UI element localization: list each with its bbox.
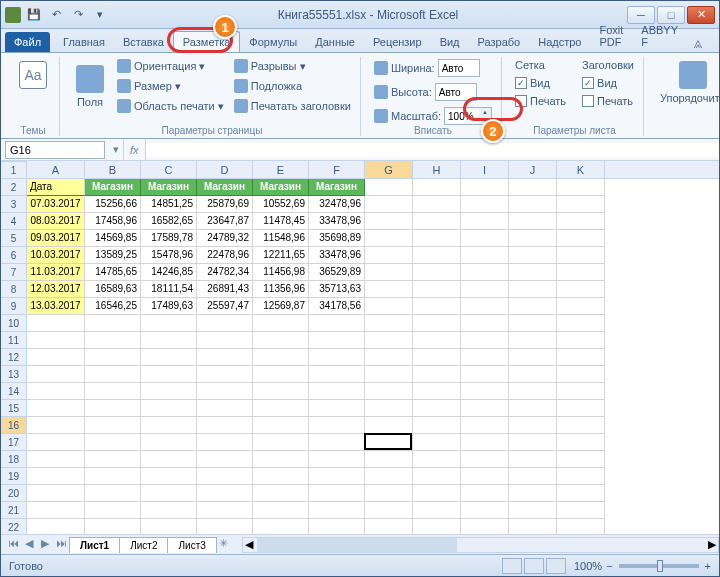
cell[interactable]: 16546,25 — [85, 298, 141, 315]
new-sheet-icon[interactable]: ✳ — [216, 537, 232, 553]
column-header-E[interactable]: E — [253, 161, 309, 178]
cell[interactable] — [557, 264, 605, 281]
view-normal-button[interactable] — [502, 558, 522, 574]
row-header-14[interactable]: 14 — [1, 383, 26, 400]
cell[interactable] — [461, 349, 509, 366]
cell[interactable] — [557, 519, 605, 534]
cell[interactable] — [253, 434, 309, 451]
qat-more-icon[interactable]: ▾ — [91, 6, 109, 24]
cell[interactable]: 11548,96 — [253, 230, 309, 247]
cell[interactable] — [413, 247, 461, 264]
cell[interactable] — [197, 383, 253, 400]
fit-width-input[interactable] — [438, 59, 480, 77]
cell[interactable] — [197, 366, 253, 383]
cell[interactable] — [197, 349, 253, 366]
cell[interactable] — [509, 298, 557, 315]
gridlines-view-check[interactable]: ✓Вид — [512, 75, 569, 91]
formula-input[interactable] — [146, 143, 719, 157]
cell[interactable]: Магазин 5 — [309, 179, 365, 196]
cell[interactable] — [413, 434, 461, 451]
row-header-1[interactable]: 1 — [1, 162, 26, 179]
cell[interactable] — [365, 434, 413, 451]
row-header-19[interactable]: 19 — [1, 468, 26, 485]
cell[interactable]: 18111,54 — [141, 281, 197, 298]
cell[interactable] — [309, 434, 365, 451]
cell[interactable] — [27, 451, 85, 468]
cell[interactable] — [365, 332, 413, 349]
tab-dev[interactable]: Разрабо — [469, 32, 530, 52]
orientation-button[interactable]: Ориентация▾ — [114, 57, 227, 75]
cell[interactable] — [509, 247, 557, 264]
cell[interactable] — [461, 213, 509, 230]
cell[interactable]: 32478,96 — [309, 196, 365, 213]
cell[interactable] — [365, 298, 413, 315]
cell[interactable] — [557, 196, 605, 213]
cell[interactable] — [197, 417, 253, 434]
row-header-12[interactable]: 12 — [1, 349, 26, 366]
cell[interactable] — [253, 417, 309, 434]
cell[interactable] — [85, 417, 141, 434]
cell[interactable]: 16589,63 — [85, 281, 141, 298]
cell[interactable] — [557, 366, 605, 383]
row-header-20[interactable]: 20 — [1, 485, 26, 502]
cell[interactable]: 17489,63 — [141, 298, 197, 315]
row-header-5[interactable]: 5 — [1, 230, 26, 247]
cell[interactable] — [309, 519, 365, 534]
cell[interactable] — [557, 400, 605, 417]
cell[interactable] — [413, 468, 461, 485]
cell[interactable] — [197, 485, 253, 502]
zoom-percent[interactable]: 100% — [574, 560, 602, 572]
cell[interactable]: 11356,96 — [253, 281, 309, 298]
cell[interactable] — [27, 332, 85, 349]
save-icon[interactable]: 💾 — [25, 6, 43, 24]
cell[interactable]: 22478,96 — [197, 247, 253, 264]
cell[interactable] — [461, 332, 509, 349]
cell[interactable]: 23647,87 — [197, 213, 253, 230]
cell[interactable] — [461, 451, 509, 468]
cell[interactable] — [509, 468, 557, 485]
cells-area[interactable]: ДатаМагазин 1Магазин 2Магазин 3Магазин 4… — [27, 179, 719, 534]
horizontal-scrollbar[interactable]: ◀▶ — [242, 537, 719, 553]
row-header-15[interactable]: 15 — [1, 400, 26, 417]
fx-icon[interactable]: fx — [123, 139, 146, 160]
zoom-slider[interactable] — [619, 564, 699, 568]
cell[interactable] — [413, 179, 461, 196]
cell[interactable] — [461, 230, 509, 247]
cell[interactable] — [461, 179, 509, 196]
column-header-I[interactable]: I — [461, 161, 509, 178]
row-header-4[interactable]: 4 — [1, 213, 26, 230]
cell[interactable] — [253, 451, 309, 468]
ribbon-minimize-icon[interactable]: ⩓ — [687, 36, 710, 52]
cell[interactable] — [461, 366, 509, 383]
cell[interactable] — [557, 213, 605, 230]
arrange-button[interactable]: Упорядочить — [654, 57, 720, 108]
cell[interactable]: 14785,65 — [85, 264, 141, 281]
cell[interactable] — [365, 451, 413, 468]
cell[interactable] — [461, 264, 509, 281]
row-header-11[interactable]: 11 — [1, 332, 26, 349]
zoom-in-icon[interactable]: + — [705, 560, 711, 572]
cell[interactable] — [557, 298, 605, 315]
cell[interactable] — [141, 332, 197, 349]
cell[interactable] — [27, 434, 85, 451]
cell[interactable] — [509, 213, 557, 230]
cell[interactable]: 15478,96 — [141, 247, 197, 264]
cell[interactable] — [365, 281, 413, 298]
cell[interactable] — [509, 179, 557, 196]
name-box[interactable] — [5, 141, 105, 159]
column-header-C[interactable]: C — [141, 161, 197, 178]
background-button[interactable]: Подложка — [231, 77, 354, 95]
cell[interactable]: Магазин 1 — [85, 179, 141, 196]
cell[interactable] — [413, 417, 461, 434]
cell[interactable]: 15256,66 — [85, 196, 141, 213]
cell[interactable] — [461, 502, 509, 519]
cell[interactable] — [413, 281, 461, 298]
cell[interactable] — [413, 400, 461, 417]
cell[interactable] — [309, 383, 365, 400]
cell[interactable] — [365, 417, 413, 434]
tab-abbyy[interactable]: ABBYY F — [632, 20, 687, 52]
cell[interactable]: 11478,45 — [253, 213, 309, 230]
tab-data[interactable]: Данные — [306, 32, 364, 52]
cell[interactable] — [461, 298, 509, 315]
column-header-D[interactable]: D — [197, 161, 253, 178]
